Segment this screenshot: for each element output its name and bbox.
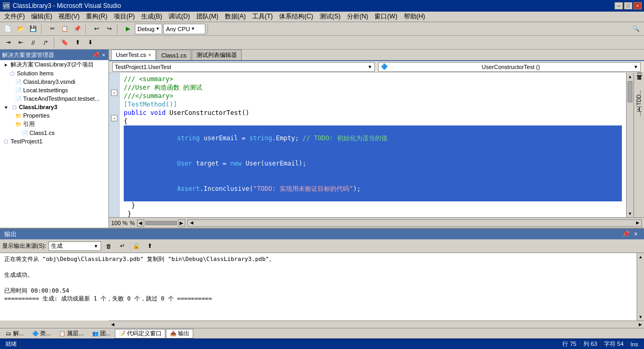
minimize-button[interactable]: ─ (615, 2, 623, 9)
paste-button[interactable]: 📌 (72, 23, 83, 35)
code-line-8[interactable]: User target = new User(userEmail); (124, 151, 622, 176)
tree-item-solution-items[interactable]: ⬡ Solution Items (0, 69, 108, 77)
output-pin-button[interactable]: 📌 (622, 230, 630, 238)
tree-item-testproject1[interactable]: ⬡ TestProject1 (0, 137, 108, 146)
tab-testlist-label: 测试列表编辑器 (196, 51, 237, 59)
tab-class1[interactable]: Class1.cs (156, 50, 191, 60)
outdent-button[interactable]: ⇤ (15, 37, 26, 49)
indent-button[interactable]: ⇥ (2, 37, 14, 49)
out-scroll-down-button[interactable]: ▼ (637, 313, 644, 321)
prev-bookmark-button[interactable]: ⬆ (72, 37, 83, 49)
menu-item-m[interactable]: 团队(M) (193, 11, 222, 22)
code-line-9[interactable]: Assert.Inconclusive("TODO: 实现用未验证目标的代码")… (124, 176, 622, 201)
undo-button[interactable]: ↩ (91, 23, 102, 35)
scroll-right-button[interactable]: ▶ (634, 220, 641, 226)
server-explorer-tab[interactable]: 服务器资源管理器 (634, 75, 645, 80)
start-button[interactable]: ▶ (122, 23, 134, 35)
output-source-dropdown[interactable]: 生成 ▼ (48, 241, 101, 251)
menu-item-r[interactable]: 重构(R) (83, 11, 111, 22)
tree-item-testsettings[interactable]: 📄 Local.testsettings (0, 86, 108, 94)
menu-item-h[interactable]: 帮助(H) (401, 11, 429, 22)
tree-label-solution-items: Solution Items (17, 70, 54, 76)
output-vertical-scrollbar[interactable]: ▲ ▼ (637, 253, 644, 321)
code-line-7[interactable]: string userEmail = string.Empty; // TODO… (124, 125, 622, 151)
class-view-tab[interactable]: 上下... (634, 109, 645, 119)
debug-config-dropdown[interactable]: Debug ▼ (135, 24, 162, 34)
class-view-bottom-button[interactable]: 🔷 类... (28, 329, 54, 338)
tab-testlist[interactable]: 测试列表编辑器 (192, 50, 242, 60)
separator-1 (41, 24, 44, 34)
redo-button[interactable]: ↪ (103, 23, 115, 35)
tree-item-vsmdi[interactable]: 📄 ClassLibrary3.vsmdi (0, 77, 108, 86)
code-editor[interactable]: /// <summary> ///User 构造函数 的测试 ///</summ… (120, 73, 626, 217)
menu-item-v[interactable]: 视图(V) (55, 11, 83, 22)
tree-item-class1[interactable]: 📄 Class1.cs (0, 129, 108, 137)
scroll-left-button[interactable]: ◀ (188, 220, 195, 226)
tdd-tab[interactable]: TDD... (635, 88, 643, 108)
menu-item-p[interactable]: 项目(P) (111, 11, 138, 22)
tab-usertest[interactable]: UserTest.cs × (111, 50, 156, 60)
status-char: 字符 54 (601, 340, 627, 348)
tree-item-solution[interactable]: ▸ 解决方案'ClassLibrary3'(2个项目 (0, 60, 108, 69)
zoom-slider[interactable] (145, 221, 177, 225)
close-button[interactable]: × (633, 2, 642, 9)
menu-item-d[interactable]: 调试(D) (165, 11, 193, 22)
scroll-down-button[interactable]: ▼ (627, 210, 633, 217)
output-close-button[interactable]: × (632, 230, 640, 238)
out-scroll-right[interactable]: ▶ (637, 321, 644, 328)
menu-item-a[interactable]: 数据(A) (222, 11, 249, 22)
output-lock-button[interactable]: 🔒 (131, 240, 142, 252)
toolbox-tab[interactable]: 工具箱 (634, 81, 645, 86)
maximize-button[interactable]: □ (624, 2, 632, 9)
search-button[interactable]: 🔍 (630, 23, 642, 35)
menu-item-s[interactable]: 测试(S) (316, 11, 344, 22)
output-word-wrap-button[interactable]: ↵ (117, 240, 128, 252)
method-dropdown[interactable]: 🔷 UserConstructorTest () ▼ (378, 62, 641, 72)
output-bottom-button[interactable]: 📤 输出 (166, 329, 193, 338)
menu-item-t[interactable]: 工具(T) (249, 11, 276, 22)
copy-button[interactable]: 📋 (59, 23, 71, 35)
collapse-summary-button[interactable]: − (111, 90, 117, 96)
tree-item-properties[interactable]: 📁 Properties (0, 111, 108, 120)
platform-dropdown[interactable]: Any CPU ▼ (163, 24, 205, 34)
output-clear-button[interactable]: 🗑 (103, 240, 115, 252)
menu-item-e[interactable]: 编辑(E) (28, 11, 55, 22)
menu-item-w[interactable]: 窗口(W) (371, 11, 400, 22)
bookmark-button[interactable]: 🔖 (59, 37, 71, 49)
se-pin-button[interactable]: 📌 (91, 52, 101, 59)
code-definition-bottom-button[interactable]: 📝 代码定义窗口 (115, 329, 165, 338)
se-close-button[interactable]: × (101, 52, 106, 59)
team-explorer-bottom-button[interactable]: 👥 团... (88, 329, 114, 338)
tree-item-references[interactable]: 📁 引用 (0, 120, 108, 129)
editor-vertical-scrollbar[interactable]: ▲ ▼ (626, 73, 633, 217)
scroll-thumb[interactable] (628, 81, 632, 102)
code-line-11: } (124, 210, 622, 217)
class-dropdown[interactable]: TestProject1.UserTest ▼ (112, 62, 375, 72)
out-scroll-left[interactable]: ◀ (109, 321, 116, 328)
out-scroll-up-button[interactable]: ▲ (637, 253, 644, 260)
next-bookmark-button[interactable]: ⬇ (84, 37, 96, 49)
code-line-6: { (124, 117, 622, 125)
zoom-decrease-button[interactable]: ◀ (137, 219, 144, 227)
solution-explorer-bottom-button[interactable]: 🗂 解... (1, 329, 27, 338)
menu-item-n[interactable]: 分析(N) (344, 11, 372, 22)
menu-item-c[interactable]: 体系结构(C) (276, 11, 316, 22)
menu-item-b[interactable]: 生成(B) (138, 11, 165, 22)
property-browser-bottom-button[interactable]: 📋 属层... (55, 329, 87, 338)
tree-item-tracetest[interactable]: 📄 TraceAndTestImpact.testset... (0, 94, 108, 103)
close-usertest-button[interactable]: × (148, 52, 151, 58)
save-button[interactable]: 💾 (27, 23, 39, 35)
editor-horizontal-scrollbar[interactable]: ◀ ▶ (187, 219, 642, 227)
uncomment-button[interactable]: /* (40, 37, 52, 49)
output-find-button[interactable]: ⬆ (144, 240, 156, 252)
comment-button[interactable]: // (27, 37, 39, 49)
tree-item-classlibrary3[interactable]: ▾ ⬡ ClassLibrary3 (0, 103, 108, 111)
new-file-button[interactable]: 📄 (2, 23, 14, 35)
output-horizontal-scrollbar[interactable]: ◀ ▶ (109, 321, 644, 328)
collapse-method-button[interactable]: − (111, 115, 117, 121)
menu-item-f[interactable]: 文件(F) (1, 11, 28, 22)
scroll-up-button[interactable]: ▲ (627, 73, 633, 80)
open-button[interactable]: 📂 (15, 23, 26, 35)
cut-button[interactable]: ✂ (46, 23, 58, 35)
zoom-increase-button[interactable]: ▶ (178, 219, 185, 227)
